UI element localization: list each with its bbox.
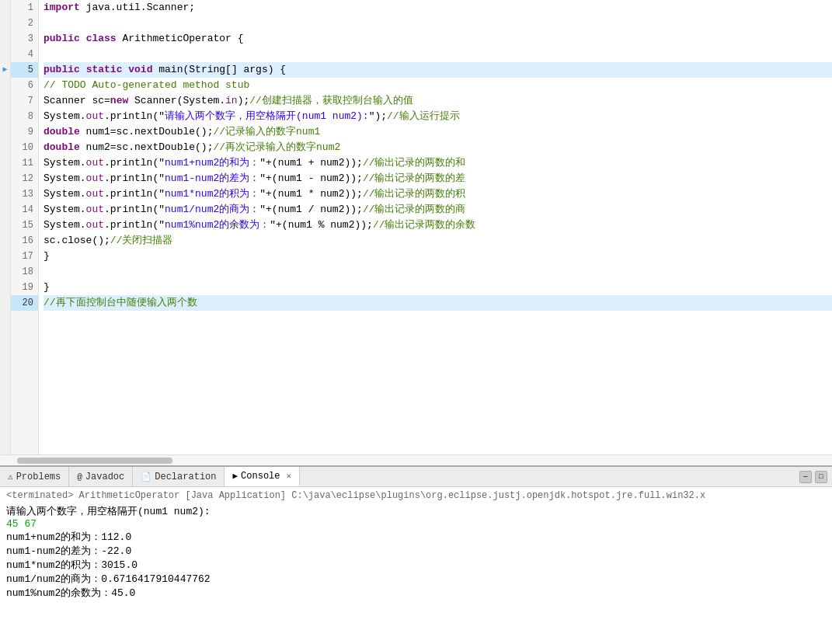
line-number: 12 — [11, 171, 38, 186]
code-line: public static void main(String[] args) { — [44, 62, 832, 78]
panel-controls: ─ □ — [795, 467, 832, 486]
left-marker-line — [0, 140, 10, 155]
left-marker-line — [0, 0, 10, 16]
line-number: 10 — [11, 140, 38, 155]
console-terminated-text: <terminated> ArithmeticOperator [Java Ap… — [6, 490, 826, 501]
javadoc-tab-icon: @ — [77, 472, 82, 482]
line-number: 18 — [11, 264, 38, 280]
console-output-line-0: num1+num2的和为：112.0 — [6, 530, 826, 544]
left-marker-line — [0, 202, 10, 218]
problems-tab-label: Problems — [16, 472, 61, 482]
left-marker-line — [0, 78, 10, 93]
line-number: 13 — [11, 186, 38, 202]
line-number: 8 — [11, 109, 38, 124]
left-marker-line — [0, 280, 10, 295]
code-line — [44, 47, 832, 62]
left-marker-line — [0, 295, 10, 311]
line-numbers: 1234567891011121314151617181920 — [11, 0, 39, 454]
line-number: 9 — [11, 124, 38, 140]
line-number: 17 — [11, 249, 38, 264]
line-number: 3 — [11, 31, 38, 47]
declaration-tab-icon: 📄 — [141, 472, 151, 482]
line-number: 11 — [11, 155, 38, 171]
problems-tab-icon: ⚠ — [8, 472, 13, 482]
line-number: 14 — [11, 202, 38, 218]
code-container: ▶ 1234567891011121314151617181920 import… — [0, 0, 832, 454]
code-lines[interactable]: import java.util.Scanner; public class A… — [39, 0, 832, 454]
code-line: System.out.println("num1%num2的余数为："+(num… — [44, 218, 832, 233]
line-number: 16 — [11, 233, 38, 249]
left-marker-line — [0, 109, 10, 124]
code-line: double num1=sc.nextDouble();//记录输入的数字num… — [44, 124, 832, 140]
console-close-button[interactable]: ✕ — [287, 471, 292, 481]
console-output-line-4: num1%num2的余数为：45.0 — [6, 586, 826, 600]
code-line: public class ArithmeticOperator { — [44, 31, 832, 47]
left-marker-line — [0, 93, 10, 109]
panel-tab-console[interactable]: ▶Console✕ — [225, 467, 300, 486]
line-number: 19 — [11, 280, 38, 295]
panel-tab-declaration[interactable]: 📄Declaration — [133, 467, 225, 486]
editor-area: ▶ 1234567891011121314151617181920 import… — [0, 0, 832, 465]
line-number: 15 — [11, 218, 38, 233]
left-marker-line — [0, 264, 10, 280]
code-line: // TODO Auto-generated method stub — [44, 78, 832, 93]
code-line: } — [44, 280, 832, 295]
code-line — [44, 264, 832, 280]
code-line: sc.close();//关闭扫描器 — [44, 233, 832, 249]
console-tab-label: Console — [241, 471, 280, 482]
javadoc-tab-label: Javadoc — [85, 472, 124, 482]
left-marker-line — [0, 155, 10, 171]
code-line: System.out.println("请输入两个数字，用空格隔开(num1 n… — [44, 109, 832, 124]
left-marker-line — [0, 233, 10, 249]
code-line: import java.util.Scanner; — [44, 0, 832, 16]
code-line: Scanner sc=new Scanner(System.in);//创建扫描… — [44, 93, 832, 109]
left-marker-line — [0, 31, 10, 47]
console-output-line-3: num1/num2的商为：0.6716417910447762 — [6, 572, 826, 586]
left-marker-line — [0, 16, 10, 31]
left-marker-line — [0, 249, 10, 264]
line-number: 4 — [11, 47, 38, 62]
minimize-button[interactable]: ─ — [799, 471, 812, 483]
line-number: 7 — [11, 93, 38, 109]
console-output-line-1: num1-num2的差为：-22.0 — [6, 544, 826, 558]
line-number: 5 — [11, 62, 38, 78]
line-number: 1 — [11, 0, 38, 16]
left-marker-line — [0, 171, 10, 186]
left-marker-line: ▶ — [0, 62, 10, 78]
left-marker: ▶ — [0, 0, 11, 454]
panel-tab-javadoc[interactable]: @Javadoc — [69, 467, 133, 486]
console-prompt-line: 请输入两个数字，用空格隔开(num1 num2): — [6, 504, 826, 518]
line-number: 2 — [11, 16, 38, 31]
code-line: System.out.println("num1*num2的积为："+(num1… — [44, 186, 832, 202]
line-number: 20 — [11, 295, 38, 311]
console-output-line-2: num1*num2的积为：3015.0 — [6, 558, 826, 572]
left-marker-line — [0, 218, 10, 233]
scroll-thumb[interactable] — [17, 458, 172, 464]
code-line: //再下面控制台中随便输入两个数 — [44, 295, 832, 311]
code-line: System.out.println("num1/num2的商为："+(num1… — [44, 202, 832, 218]
left-marker-line — [0, 186, 10, 202]
panel-tabs: ⚠Problems@Javadoc📄Declaration▶Console✕ ─… — [0, 467, 832, 487]
maximize-button[interactable]: □ — [815, 471, 827, 483]
left-marker-line — [0, 124, 10, 140]
code-line: System.out.println("num1+num2的和为："+(num1… — [44, 155, 832, 171]
console-content: <terminated> ArithmeticOperator [Java Ap… — [0, 487, 832, 644]
code-line: double num2=sc.nextDouble();//再次记录输入的数字n… — [44, 140, 832, 155]
console-input-value: 45 67 — [6, 518, 826, 530]
line-number: 6 — [11, 78, 38, 93]
horizontal-scrollbar[interactable] — [0, 454, 832, 465]
panel-tab-problems[interactable]: ⚠Problems — [0, 467, 69, 486]
code-line — [44, 16, 832, 31]
bottom-panel: ⚠Problems@Javadoc📄Declaration▶Console✕ ─… — [0, 465, 832, 644]
left-marker-line — [0, 47, 10, 62]
console-tab-icon: ▶ — [232, 471, 238, 481]
code-line: } — [44, 249, 832, 264]
declaration-tab-label: Declaration — [155, 472, 216, 482]
code-line: System.out.println("num1-num2的差为："+(num1… — [44, 171, 832, 186]
